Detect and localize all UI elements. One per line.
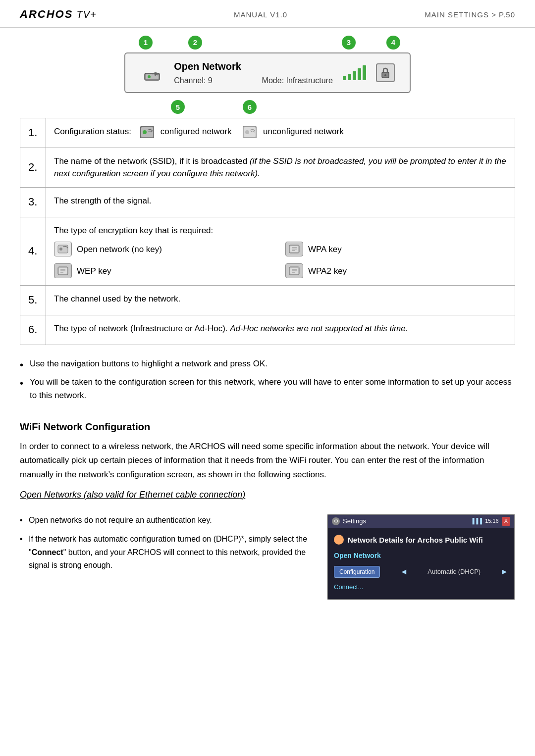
table-row-1: 1. Configuration status: configured netw… (20, 118, 515, 148)
table-row-3: 3. The strength of the signal. (20, 187, 515, 217)
row-6-text: The type of network (Infrastructure or A… (54, 324, 230, 333)
signal-bar-3 (353, 71, 356, 80)
mode-label: Mode: Infrastructure (262, 75, 333, 86)
key-intro-text: The type of encryption key that is requi… (54, 224, 507, 237)
signal-bar-1 (343, 76, 346, 80)
circle-2: 2 (188, 36, 202, 50)
open-net-bullet-2: If the network has automatic configurati… (20, 533, 312, 572)
unconfigured-icon (243, 126, 259, 138)
circle-1: 1 (139, 36, 153, 50)
wifi-config-body: In order to connect to a wireless networ… (20, 440, 515, 481)
svg-rect-1 (146, 74, 159, 79)
page-header: ARCHOS TV+ MANUAL V1.0 MAIN SETTINGS > P… (0, 0, 535, 28)
open-net-bullet-list: Open networks do not require an authenti… (20, 514, 312, 572)
device-content-title: Network Details for Archos Public Wifi (334, 535, 508, 545)
device-config-row: Configuration ◄ Automatic (DHCP) ► (334, 566, 508, 578)
nav-bullet-list: Use the navigation buttons to highlight … (20, 357, 515, 403)
row-5-content: The channel used by the network. (46, 286, 515, 315)
network-info-box: Open Network Channel: 9 Mode: Infrastruc… (124, 52, 411, 93)
row-5-num: 5. (20, 286, 46, 315)
titlebar-right: ▐▐▐ 15:16 X (471, 517, 510, 525)
wpa-key-icon (285, 242, 303, 256)
key-wpa2: WPA2 key (285, 263, 507, 278)
circle-5a: 5 (171, 100, 185, 114)
signal-indicator: ▐▐▐ (471, 517, 482, 525)
table-row-6: 6. The type of network (Infrastructure o… (20, 315, 515, 345)
circle-3: 3 (342, 36, 356, 50)
arrow-left-icon: ◄ (400, 566, 408, 577)
open-networks-area: Open networks do not require an authenti… (0, 514, 535, 600)
close-button[interactable]: X (502, 517, 510, 525)
nav-bullet-1: Use the navigation buttons to highlight … (20, 357, 515, 370)
network-details-row: Channel: 9 Mode: Infrastructure (174, 75, 333, 86)
info-table: 1. Configuration status: configured netw… (20, 118, 515, 345)
brand-area: ARCHOS TV+ (20, 7, 97, 22)
open-key-label: Open network (no key) (77, 243, 162, 256)
lock-icon (376, 63, 395, 82)
row-2-content: The name of the network (SSID), if it is… (46, 148, 515, 187)
brand-logo: ARCHOS TV+ (20, 7, 97, 22)
signal-bars (343, 65, 366, 80)
row-2-text: The name of the network (SSID), if it is… (54, 156, 250, 166)
row-3-content: The strength of the signal. (46, 187, 515, 217)
device-open-network-row: Open Network (334, 551, 508, 561)
manual-label: MANUAL V1.0 (234, 9, 287, 20)
open-networks-title: Open Networks (also valid for Ethernet c… (20, 489, 515, 501)
wpa2-key-icon (285, 263, 303, 278)
svg-point-13 (59, 248, 62, 251)
model-label: TV+ (76, 9, 96, 20)
network-name-label: Open Network (174, 59, 333, 73)
wpa-key-label: WPA key (308, 243, 342, 256)
wep-key-label: WEP key (77, 265, 111, 278)
table-row-5: 5. The channel used by the network. (20, 286, 515, 315)
configured-icon (140, 126, 156, 138)
configured-label: configured network (160, 127, 232, 136)
wifi-config-title: WiFi Network Configuration (20, 420, 515, 434)
row-4-num: 4. (20, 217, 46, 286)
device-open-network-label: Open Network (334, 551, 381, 561)
table-row-4: 4. The type of encryption key that is re… (20, 217, 515, 286)
key-wep: WEP key (54, 263, 275, 278)
signal-bar-2 (348, 74, 351, 80)
row-3-num: 3. (20, 187, 46, 217)
device-title-icon (334, 535, 344, 545)
network-router-icon (140, 61, 164, 85)
config-status-prefix: Configuration status: (54, 127, 131, 136)
titlebar-icon: ⚙ (332, 517, 340, 525)
wifi-config-section: WiFi Network Configuration In order to c… (0, 412, 535, 513)
device-titlebar: ⚙ Settings ▐▐▐ 15:16 X (328, 515, 514, 528)
row-6-italic: Ad-Hoc networks are not supported at thi… (230, 324, 408, 333)
nav-bullets: Use the navigation buttons to highlight … (0, 345, 535, 412)
arrow-right-icon: ► (500, 566, 508, 577)
device-content: Network Details for Archos Public Wifi O… (328, 528, 514, 599)
svg-point-5 (384, 74, 386, 76)
device-time: 15:16 (485, 517, 499, 525)
channel-label: Channel: 9 (174, 75, 212, 86)
svg-point-8 (143, 130, 147, 134)
svg-point-2 (148, 75, 151, 78)
row-6-content: The type of network (Infrastructure or A… (46, 315, 515, 345)
open-net-text-col: Open networks do not require an authenti… (20, 514, 312, 578)
wep-key-icon (54, 263, 72, 278)
device-screenshot: ⚙ Settings ▐▐▐ 15:16 X Network Details f… (327, 514, 515, 600)
signal-bar-5 (363, 65, 366, 80)
open-net-bullet-1: Open networks do not require an authenti… (20, 514, 312, 527)
device-config-button[interactable]: Configuration (334, 566, 380, 578)
titlebar-label: Settings (343, 517, 366, 526)
network-text-info: Open Network Channel: 9 Mode: Infrastruc… (174, 59, 333, 86)
nav-bullet-2: You will be taken to the configuration s… (20, 375, 515, 402)
key-grid: Open network (no key) WPA (54, 242, 507, 278)
unconfigured-label: unconfigured network (263, 127, 344, 136)
row-1-content: Configuration status: configured network (46, 118, 515, 148)
wpa2-key-label: WPA2 key (308, 265, 347, 278)
svg-point-11 (245, 130, 249, 134)
section-label: MAIN SETTINGS > P.50 (425, 9, 515, 20)
device-connect-row: Connect... (334, 583, 508, 592)
row-1-num: 1. (20, 118, 46, 148)
key-wpa: WPA key (285, 242, 507, 256)
circle-4: 4 (386, 36, 400, 50)
row-4-content: The type of encryption key that is requi… (46, 217, 515, 286)
table-row-2: 2. The name of the network (SSID), if it… (20, 148, 515, 187)
open-key-icon (54, 242, 72, 256)
dhcp-label: Automatic (DHCP) (428, 567, 481, 576)
